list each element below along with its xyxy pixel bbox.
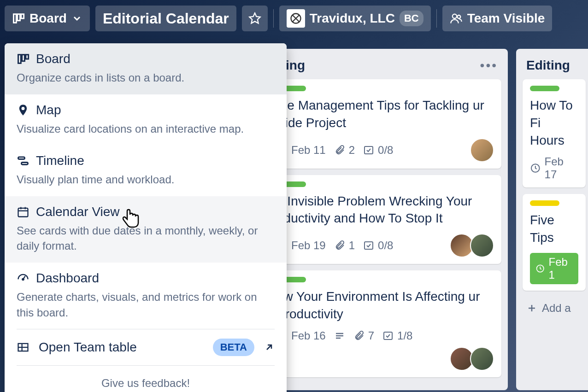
svg-rect-1 [18, 14, 20, 21]
svg-rect-22 [365, 146, 373, 154]
card[interactable]: e Invisible Problem Wrecking Your oducti… [269, 175, 501, 264]
board-title[interactable]: Editorial Calendar [95, 6, 236, 31]
external-link-icon [264, 342, 275, 353]
star-button[interactable] [242, 6, 268, 31]
card[interactable]: ow Your Environment Is Affecting ur Prod… [269, 270, 501, 377]
view-switcher-label: Board [29, 11, 67, 26]
plus-icon [526, 303, 537, 314]
description-icon [334, 330, 345, 341]
dropdown-item-calendar[interactable]: Calendar View See cards with due dates i… [5, 196, 287, 263]
svg-rect-8 [22, 55, 25, 61]
dropdown-item-board[interactable]: Board Organize cards in lists on a board… [5, 43, 287, 94]
org-name: Travidux, LLC [310, 11, 395, 26]
view-switcher-dropdown: Board Organize cards in lists on a board… [5, 43, 287, 392]
svg-rect-10 [18, 157, 25, 159]
dashboard-icon [17, 272, 29, 285]
org-badge: BC [400, 11, 423, 26]
svg-point-6 [457, 15, 460, 18]
avatar[interactable] [470, 234, 494, 257]
card-label-green[interactable] [530, 86, 559, 91]
org-logo [287, 9, 305, 28]
svg-rect-29 [384, 332, 392, 339]
clock-icon [535, 263, 545, 274]
checklist: 1/8 [382, 329, 412, 342]
list-writing: riting ••• me Management Tips for Tackli… [263, 49, 508, 390]
calendar-icon [17, 205, 29, 218]
due-date-complete[interactable]: Feb 1 [530, 253, 578, 284]
card-title: ow Your Environment Is Affecting ur Prod… [276, 288, 494, 323]
table-icon [17, 341, 29, 354]
dropdown-item-map[interactable]: Map Visualize card locations on an inter… [5, 94, 287, 146]
divider [273, 9, 274, 28]
dropdown-item-dashboard[interactable]: Dashboard Generate charts, visuals, and … [5, 263, 287, 329]
card-title: Five Tips [530, 211, 578, 246]
chevron-down-icon [71, 13, 82, 24]
dropdown-item-team-table[interactable]: Open Team table BETA [5, 329, 287, 365]
svg-rect-11 [22, 163, 28, 165]
avatar[interactable] [470, 347, 494, 371]
svg-rect-7 [18, 55, 21, 64]
visibility-button[interactable]: Team Visible [442, 6, 553, 31]
svg-rect-2 [21, 14, 24, 18]
description-indicator [334, 330, 345, 341]
checklist: 0/8 [363, 144, 393, 157]
svg-point-17 [22, 279, 24, 281]
svg-rect-9 [26, 55, 29, 59]
svg-rect-24 [365, 242, 373, 249]
view-switcher-button[interactable]: Board [5, 6, 90, 31]
due-date[interactable]: Feb 17 [530, 155, 578, 181]
visibility-label: Team Visible [467, 11, 545, 26]
board-icon [12, 12, 25, 25]
dropdown-item-timeline[interactable]: Timeline Visually plan time and workload… [5, 145, 287, 196]
feedback-link[interactable]: Give us feedback! [5, 366, 287, 392]
star-icon [248, 12, 261, 25]
svg-point-5 [453, 14, 457, 18]
list-menu-button[interactable]: ••• [480, 58, 498, 73]
checklist-icon [363, 145, 374, 156]
org-button[interactable]: Travidux, LLC BC [279, 6, 431, 31]
attachments: 2 [334, 144, 355, 157]
attachment-icon [334, 240, 345, 251]
checklist-icon [363, 240, 374, 251]
svg-rect-12 [18, 208, 28, 217]
card-title: e Invisible Problem Wrecking Your oducti… [276, 193, 494, 228]
team-icon [450, 12, 463, 25]
attachments: 1 [334, 239, 355, 252]
divider [436, 9, 437, 28]
card-title: How To Fi Hours [530, 97, 578, 149]
timeline-icon [17, 154, 29, 167]
attachments: 7 [353, 329, 374, 342]
clock-icon [530, 163, 541, 174]
board-icon [17, 53, 29, 65]
board-header: Board Editorial Calendar Travidux, LLC B… [0, 0, 588, 37]
attachment-icon [353, 330, 365, 341]
card-title: me Management Tips for Tackling ur Side … [276, 97, 494, 132]
card-label-yellow[interactable] [530, 200, 559, 206]
attachment-icon [334, 145, 345, 156]
card[interactable]: Five Tips Feb 1 [523, 194, 586, 291]
card[interactable]: How To Fi Hours Feb 17 [523, 79, 586, 187]
card[interactable]: me Management Tips for Tackling ur Side … [269, 79, 501, 169]
avatar[interactable] [470, 138, 494, 162]
checklist: 0/8 [363, 239, 393, 252]
beta-badge: BETA [213, 339, 254, 356]
svg-rect-0 [14, 14, 17, 23]
checklist-icon [382, 330, 394, 341]
board-lists: riting ••• me Management Tips for Tackli… [258, 44, 588, 392]
map-pin-icon [17, 104, 29, 117]
list-editing: Editing How To Fi Hours Feb 17 Five Tips… [516, 49, 588, 390]
list-title[interactable]: Editing [526, 58, 570, 73]
add-card-button[interactable]: Add a [523, 297, 586, 319]
svg-marker-3 [249, 13, 260, 23]
